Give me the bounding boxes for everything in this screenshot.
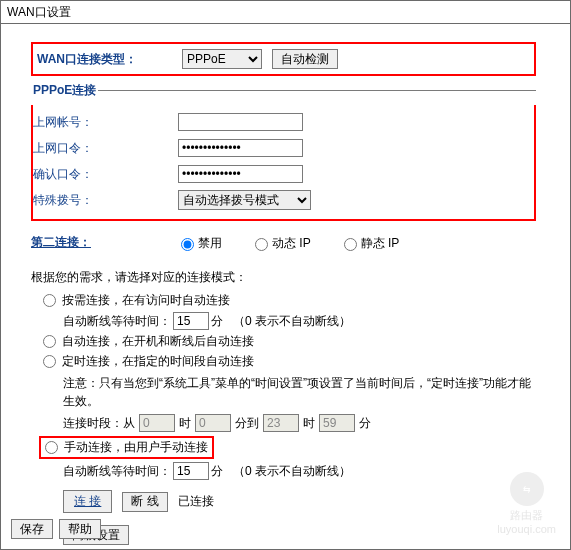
from-hour-input bbox=[139, 414, 175, 432]
conn-type-highlight: WAN口连接类型： PPPoE 自动检测 bbox=[31, 42, 536, 76]
mode-manual-label: 手动连接，由用户手动连接 bbox=[64, 439, 208, 456]
connect-button[interactable]: 连 接 bbox=[63, 490, 112, 513]
help-button[interactable]: 帮助 bbox=[59, 519, 101, 539]
auto-detect-button[interactable]: 自动检测 bbox=[272, 49, 338, 69]
to-label: 分到 bbox=[235, 415, 259, 432]
from-min-input bbox=[195, 414, 231, 432]
conn-status: 已连接 bbox=[178, 493, 214, 510]
idle-unit: 分 bbox=[211, 313, 223, 330]
second-conn-label: 第二连接： bbox=[31, 234, 176, 251]
pass-input[interactable] bbox=[178, 139, 303, 157]
mode-scheduled-label: 定时连接，在指定的时间段自动连接 bbox=[62, 353, 254, 370]
idle-input[interactable] bbox=[173, 312, 209, 330]
mode-ondemand-radio[interactable] bbox=[43, 294, 56, 307]
save-button[interactable]: 保存 bbox=[11, 519, 53, 539]
conn-type-label: WAN口连接类型： bbox=[37, 51, 182, 68]
mode-hint: 根据您的需求，请选择对应的连接模式： bbox=[31, 269, 570, 286]
idle2-input[interactable] bbox=[173, 462, 209, 480]
mode-scheduled-radio[interactable] bbox=[43, 355, 56, 368]
idle2-note: （0 表示不自动断线） bbox=[233, 463, 351, 480]
second-disable-radio[interactable] bbox=[181, 238, 194, 251]
second-dyn-option[interactable]: 动态 IP bbox=[250, 235, 311, 252]
pass-label: 上网口令： bbox=[33, 140, 178, 157]
dial-label: 特殊拨号： bbox=[33, 192, 178, 209]
user-input[interactable] bbox=[178, 113, 303, 131]
dial-select[interactable]: 自动选择拨号模式 bbox=[178, 190, 311, 210]
time-prefix: 连接时段：从 bbox=[63, 415, 135, 432]
confirm-input[interactable] bbox=[178, 165, 303, 183]
user-label: 上网帐号： bbox=[33, 114, 178, 131]
idle2-prefix: 自动断线等待时间： bbox=[63, 463, 171, 480]
to-min-input bbox=[319, 414, 355, 432]
hour-label-1: 时 bbox=[179, 415, 191, 432]
mode-manual-radio[interactable] bbox=[45, 441, 58, 454]
hour-label-2: 时 bbox=[303, 415, 315, 432]
pppoe-legend: PPPoE连接 bbox=[31, 82, 98, 99]
mode-auto-radio[interactable] bbox=[43, 335, 56, 348]
mode-ondemand-label: 按需连接，在有访问时自动连接 bbox=[62, 292, 230, 309]
confirm-label: 确认口令： bbox=[33, 166, 178, 183]
to-hour-input bbox=[263, 414, 299, 432]
mode-auto-label: 自动连接，在开机和断线后自动连接 bbox=[62, 333, 254, 350]
idle-note: （0 表示不自动断线） bbox=[233, 313, 351, 330]
second-dyn-radio[interactable] bbox=[255, 238, 268, 251]
minute-label: 分 bbox=[359, 415, 371, 432]
idle-prefix: 自动断线等待时间： bbox=[63, 313, 171, 330]
conn-type-select[interactable]: PPPoE bbox=[182, 49, 262, 69]
idle2-unit: 分 bbox=[211, 463, 223, 480]
pppoe-fieldset: PPPoE连接 上网帐号： 上网口令： 确认口令： 特殊拨号： 自 bbox=[31, 82, 536, 221]
manual-highlight: 手动连接，由用户手动连接 bbox=[39, 436, 214, 459]
second-stat-option[interactable]: 静态 IP bbox=[339, 235, 400, 252]
second-disable-option[interactable]: 禁用 bbox=[176, 235, 222, 252]
disconnect-button[interactable]: 断 线 bbox=[122, 492, 167, 512]
schedule-note: 注意：只有当您到“系统工具”菜单的“时间设置”项设置了当前时间后，“定时连接”功… bbox=[63, 374, 533, 410]
window-title: WAN口设置 bbox=[1, 1, 570, 24]
second-stat-radio[interactable] bbox=[344, 238, 357, 251]
